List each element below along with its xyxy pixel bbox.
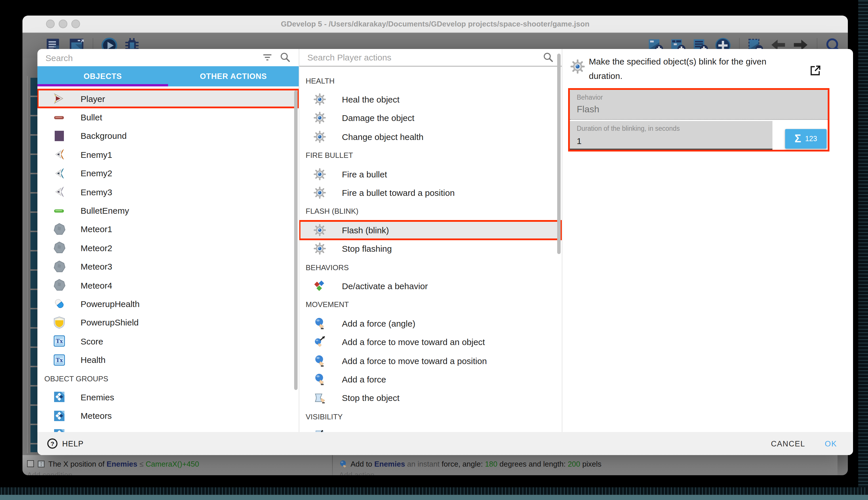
- meteor-icon: [52, 222, 66, 236]
- event-conditions-cell[interactable]: The X position of Enemies ≤ CameraX()+45…: [22, 455, 333, 475]
- expression-editor-button[interactable]: Σ 123: [785, 129, 826, 149]
- action-row-label: Fire a bullet: [342, 169, 387, 179]
- action-section-fire-bullet: FIRE BULLET: [299, 146, 562, 165]
- desktop: Sta The X position of Enemies ≤ CameraX(…: [0, 0, 868, 500]
- group-icon: [52, 428, 66, 432]
- group-row-label: Meteors: [81, 411, 112, 421]
- text-object-icon: [52, 334, 66, 348]
- action-detail-panel: Make the specified object(s) blink for t…: [562, 49, 853, 432]
- action-row-change-object-health[interactable]: Change object health: [299, 127, 562, 146]
- action-row-label: Heal the object: [342, 94, 399, 104]
- object-row-powerupshield[interactable]: PowerupShield: [37, 313, 299, 332]
- action-row-label: Add a force to move toward an object: [342, 337, 485, 347]
- action-row-hide[interactable]: Hide: [299, 426, 562, 432]
- object-row-label: Score: [81, 337, 103, 346]
- object-row-meteor3[interactable]: Meteor3: [37, 257, 299, 276]
- object-row-health[interactable]: Health: [37, 351, 299, 369]
- open-in-new-icon[interactable]: [809, 64, 822, 77]
- action-row-add-a-force-angle-[interactable]: Add a force (angle): [299, 314, 562, 333]
- group-row-meteors[interactable]: Meteors: [37, 406, 299, 425]
- objects-tabs: OBJECTS OTHER ACTIONS: [37, 66, 299, 87]
- action-row-stop-flashing[interactable]: Stop flashing: [299, 239, 562, 258]
- shield-icon: [52, 316, 66, 329]
- help-button[interactable]: HELP: [47, 438, 84, 449]
- enemy-gray-icon: [52, 185, 66, 199]
- pill-icon: [52, 297, 66, 311]
- object-row-bulletenemy[interactable]: BulletEnemy: [37, 201, 299, 220]
- object-row-label: BulletEnemy: [81, 206, 129, 215]
- action-section-movement: MOVEMENT: [299, 295, 562, 314]
- events-sheet-condition-column: [31, 78, 38, 452]
- gear-icon: [313, 224, 326, 237]
- action-row-add-a-force-to-move-toward-an-object[interactable]: Add a force to move toward an object: [299, 333, 562, 351]
- event-actions-cell[interactable]: Add to Enemies an instant force, angle: …: [333, 455, 837, 475]
- object-row-meteor1[interactable]: Meteor1: [37, 220, 299, 238]
- group-row-enemies[interactable]: Enemies: [37, 388, 299, 407]
- expression-button-label: 123: [805, 135, 817, 143]
- actions-list: HEALTHHeal the objectDamage the objectCh…: [299, 67, 562, 432]
- enemy-teal-icon: [52, 167, 66, 180]
- object-row-label: Meteor4: [81, 280, 112, 290]
- action-row-fire-a-bullet-toward-a-position[interactable]: Fire a bullet toward a position: [299, 183, 562, 202]
- object-row-meteor2[interactable]: Meteor2: [37, 238, 299, 257]
- help-icon: [47, 438, 58, 449]
- object-row-enemy3[interactable]: Enemy3: [37, 183, 299, 201]
- add-condition-link[interactable]: Add condition: [27, 470, 332, 475]
- window-title: GDevelop 5 - /Users/dkarakay/Documents/G…: [22, 15, 848, 32]
- gear-icon: [313, 112, 326, 125]
- desktop-wallpaper-bottom: [0, 487, 868, 496]
- objects-search-input[interactable]: [37, 49, 299, 66]
- objects-panel: OBJECTS OTHER ACTIONS PlayerBulletBackgr…: [37, 49, 299, 432]
- action-section-flash-blink-: FLASH (BLINK): [299, 202, 562, 220]
- hide-icon: [313, 429, 326, 432]
- ok-button[interactable]: OK: [825, 439, 837, 448]
- objects-list: PlayerBulletBackgroundEnemy1Enemy2Enemy3…: [37, 87, 299, 432]
- condition-checkbox-icon: [27, 460, 34, 467]
- desktop-wallpaper-right: [858, 0, 868, 500]
- object-row-label: Health: [81, 355, 106, 365]
- action-row-add-a-force-to-move-toward-a-position[interactable]: Add a force to move toward a position: [299, 351, 562, 370]
- duration-field[interactable]: Duration of the blinking, in seconds 1: [570, 121, 772, 150]
- enemy-orange-icon: [52, 148, 66, 162]
- cancel-button[interactable]: CANCEL: [771, 439, 805, 448]
- object-row-score[interactable]: Score: [37, 332, 299, 351]
- meteor-icon: [52, 278, 66, 292]
- object-row-label: PowerupHealth: [81, 299, 140, 309]
- action-row-add-a-force[interactable]: Add a force: [299, 370, 562, 389]
- tab-other-actions[interactable]: OTHER ACTIONS: [168, 66, 299, 87]
- events-sheet-row: The X position of Enemies ≤ CameraX()+45…: [22, 455, 837, 475]
- filter-icon[interactable]: [261, 51, 273, 64]
- object-row-label: Background: [81, 131, 127, 141]
- behavior-icon: [313, 280, 326, 293]
- object-row-enemy2[interactable]: Enemy2: [37, 164, 299, 183]
- object-row-bullet[interactable]: Bullet: [37, 108, 299, 127]
- duration-field-label: Duration of the blinking, in seconds: [577, 125, 765, 132]
- force-icon: [313, 373, 326, 386]
- object-row-meteor4[interactable]: Meteor4: [37, 276, 299, 295]
- object-row-poweruphealth[interactable]: PowerupHealth: [37, 295, 299, 314]
- object-row-label: Meteor2: [81, 243, 112, 253]
- action-row-label: Flash (blink): [342, 225, 389, 235]
- behavior-field-label: Behavior: [577, 94, 821, 101]
- objects-list-scrollbar[interactable]: [294, 90, 297, 390]
- actions-list-scrollbar[interactable]: [557, 54, 561, 254]
- action-row-damage-the-object[interactable]: Damage the object: [299, 109, 562, 128]
- add-action-link[interactable]: Add action: [339, 470, 837, 475]
- position-condition-icon: [37, 459, 46, 468]
- object-row-enemy1[interactable]: Enemy1: [37, 145, 299, 164]
- action-row-de-activate-a-behavior[interactable]: De/activate a behavior: [299, 277, 562, 296]
- action-row-fire-a-bullet[interactable]: Fire a bullet: [299, 165, 562, 183]
- object-row-background[interactable]: Background: [37, 127, 299, 146]
- group-row-label: Enemies: [81, 392, 114, 402]
- condition-text: The X position of Enemies ≤ CameraX()+45…: [48, 459, 199, 468]
- action-row-flash-blink-[interactable]: Flash (blink): [299, 220, 562, 239]
- action-row-stop-the-object[interactable]: Stop the object: [299, 388, 562, 407]
- help-label: HELP: [62, 439, 84, 448]
- behavior-field[interactable]: Behavior Flash: [570, 90, 828, 120]
- tab-objects[interactable]: OBJECTS: [37, 66, 168, 87]
- group-row-powerups[interactable]: Powerups: [37, 425, 299, 432]
- action-row-heal-the-object[interactable]: Heal the object: [299, 90, 562, 109]
- action-row-label: Add a force to move toward a position: [342, 356, 487, 365]
- actions-search-input[interactable]: [299, 49, 562, 66]
- object-row-player[interactable]: Player: [37, 89, 299, 108]
